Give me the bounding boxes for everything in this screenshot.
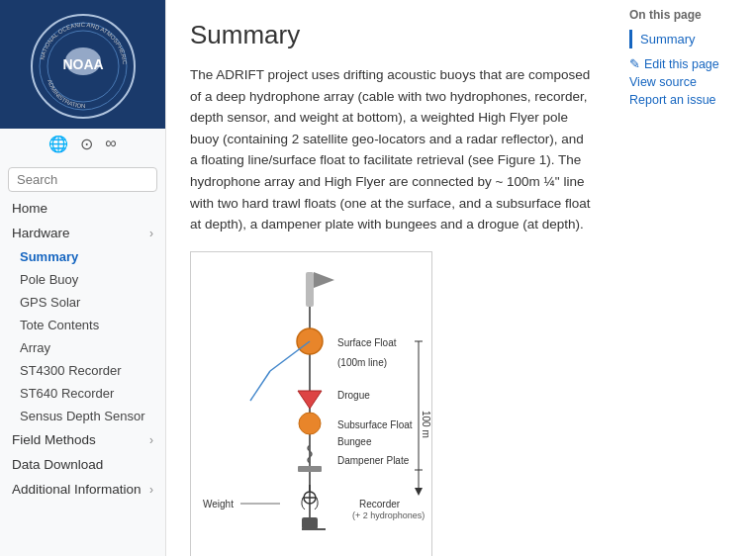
svg-text:Dampener Plate: Dampener Plate [337,455,410,466]
svg-rect-28 [306,272,314,307]
logo-area: NOAA NATIONAL OCEANIC AND ATMOSPHERIC AD… [0,0,165,129]
nav-sensus[interactable]: Sensus Depth Sensor [0,405,165,427]
field-methods-chevron: › [149,433,153,447]
diagram-figure: Weight Recorder (+ 2 hydrophones) Dampen… [190,251,432,556]
svg-marker-24 [298,391,322,409]
edit-page-link[interactable]: ✎ Edit this page [629,56,744,71]
page-actions: ✎ Edit this page View source Report an i… [629,56,744,107]
svg-line-31 [250,371,270,401]
nav-st640[interactable]: ST640 Recorder [0,382,165,405]
edit-icon: ✎ [629,56,640,71]
globe-icon[interactable]: 🌐 [48,135,68,153]
svg-text:(+ 2 hydrophones): (+ 2 hydrophones) [352,510,425,520]
svg-point-22 [299,413,321,434]
additional-info-chevron: › [149,483,153,497]
svg-text:NOAA: NOAA [62,56,103,72]
social-icons: 🌐 ⊙ ∞ [0,129,165,159]
svg-text:100 m: 100 m [421,411,431,438]
nav-gps-solar[interactable]: GPS Solar [0,291,165,314]
nav-data-download[interactable]: Data Download [0,452,165,477]
weight-label: Weight [203,499,234,510]
nav-field-methods[interactable]: Field Methods › [0,427,165,452]
svg-line-30 [270,341,310,371]
nav-pole-buoy[interactable]: Pole Buoy [0,268,165,291]
nav-array[interactable]: Array [0,336,165,359]
on-this-page-panel: On this page Summary ✎ Edit this page Vi… [617,0,756,556]
svg-marker-29 [314,272,334,288]
svg-rect-19 [298,466,322,472]
noaa-logo: NOAA NATIONAL OCEANIC AND ATMOSPHERIC AD… [29,12,138,121]
on-this-page-title: On this page [629,8,744,22]
svg-rect-9 [302,517,318,529]
nav-additional-info[interactable]: Additional Information › [0,477,165,502]
svg-text:Surface Float: Surface Float [337,337,397,348]
nav-summary[interactable]: Summary [0,245,165,268]
hardware-chevron: › [149,227,153,240]
other-icon[interactable]: ∞ [105,135,116,153]
nav-home[interactable]: Home [0,196,165,221]
nav-tote-contents[interactable]: Tote Contents [0,314,165,336]
buoy-diagram: Weight Recorder (+ 2 hydrophones) Dampen… [191,252,432,556]
nav-st4300[interactable]: ST4300 Recorder [0,359,165,382]
main-content: Summary The ADRIFT project uses drifting… [166,0,617,556]
page-body: The ADRIFT project uses drifting acousti… [190,64,594,235]
search-input[interactable] [8,167,157,192]
svg-text:Drogue: Drogue [337,390,370,401]
svg-text:Subsurface Float: Subsurface Float [337,419,413,430]
view-source-link[interactable]: View source [629,75,744,89]
report-issue-link[interactable]: Report an issue [629,93,744,107]
sidebar: NOAA NATIONAL OCEANIC AND ATMOSPHERIC AD… [0,0,166,556]
svg-text:Recorder: Recorder [359,499,401,510]
github-icon[interactable]: ⊙ [80,135,93,153]
svg-text:Bungee: Bungee [337,436,372,447]
sidebar-nav: Home Hardware › Summary Pole Buoy GPS So… [0,196,165,502]
svg-marker-37 [415,488,423,496]
on-this-page-summary-link[interactable]: Summary [629,30,744,48]
page-title: Summary [190,20,594,50]
svg-text:(100m line): (100m line) [337,357,387,368]
nav-hardware[interactable]: Hardware › [0,221,165,245]
